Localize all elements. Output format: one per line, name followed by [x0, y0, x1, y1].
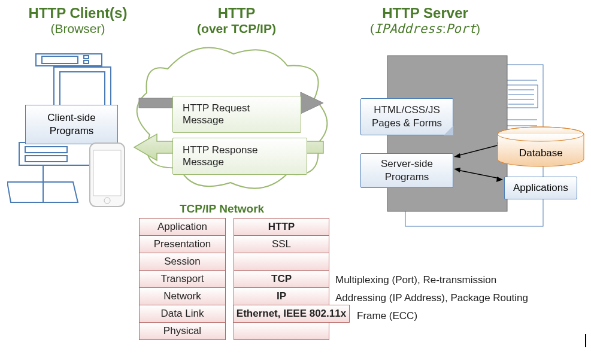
client-side-programs-box: Client-side Programs: [25, 105, 118, 144]
server-title: HTTP Server: [371, 5, 479, 22]
layer-transport: Transport: [139, 270, 226, 288]
svg-marker-28: [454, 168, 460, 172]
server-side-programs-box: Server-side Programs: [360, 153, 453, 188]
svg-rect-7: [25, 147, 67, 153]
proto-ethernet: Ethernet, IEEE 802.11x: [233, 305, 350, 323]
http-request-message-box: HTTP Request Message: [172, 96, 301, 133]
proto-ssl: SSL: [234, 235, 329, 253]
layer-session: Session: [139, 253, 226, 271]
layer-application: Application: [139, 218, 226, 236]
svg-rect-2: [84, 56, 89, 59]
svg-rect-1: [42, 56, 78, 63]
layer-physical: Physical: [139, 322, 226, 340]
svg-rect-10: [93, 150, 121, 196]
layer-network: Network: [139, 287, 226, 305]
svg-line-24: [457, 145, 499, 156]
protocols-table: HTTP SSL TCP IP Ethernet, IEEE 802.11x: [234, 219, 329, 340]
tcpip-title: TCP/IP Network: [180, 202, 264, 216]
annotation-transport: Multiplexing (Port), Re-transmission: [335, 274, 496, 286]
page-fold-icon: [444, 126, 453, 135]
svg-rect-8: [25, 156, 67, 162]
svg-rect-3: [84, 60, 89, 63]
annotation-datalink: Frame (ECC): [357, 310, 417, 322]
proto-tcp: TCP: [234, 270, 329, 288]
database-label: Database: [519, 147, 563, 159]
proto-ip: IP: [234, 287, 329, 305]
annotation-network: Addressing (IP Address), Package Routing: [335, 292, 528, 304]
http-response-message-box: HTTP Response Message: [172, 138, 307, 175]
applications-box: Applications: [504, 177, 577, 199]
server-subtitle: (IPAddress:Port): [359, 22, 491, 36]
layer-datalink: Data Link: [139, 305, 226, 323]
http-title: HTTP: [207, 5, 266, 22]
proto-http: HTTP: [234, 218, 329, 236]
http-subtitle: (over TCP/IP): [186, 22, 287, 36]
svg-marker-25: [454, 153, 460, 158]
svg-line-27: [457, 170, 499, 178]
text-cursor-icon: [585, 334, 586, 347]
osi-layers-table: Application Presentation Session Transpo…: [139, 219, 226, 340]
svg-marker-29: [496, 177, 503, 182]
proto-empty-physical: [234, 322, 329, 340]
phone-icon: [89, 142, 126, 208]
client-subtitle: (Browser): [24, 22, 132, 36]
client-title: HTTP Client(s): [24, 5, 132, 22]
proto-empty-session: [234, 253, 329, 271]
html-css-js-pages-box: HTML/CSS/JS Pages & Forms: [360, 98, 453, 135]
layer-presentation: Presentation: [139, 235, 226, 253]
svg-rect-5: [60, 72, 105, 107]
